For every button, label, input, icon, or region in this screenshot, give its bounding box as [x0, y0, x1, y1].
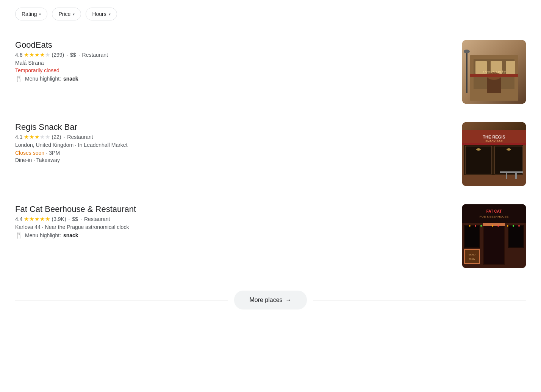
result-regis-info: Regis Snack Bar 4.1 ★ ★ ★ ★ ★ (22) · Res… — [15, 122, 462, 163]
results-list: GoodEats 4.6 ★ ★ ★ ★ ★ (299) · $$ · Rest… — [15, 31, 526, 277]
more-places-line-left — [15, 300, 228, 300]
svg-rect-8 — [466, 51, 468, 93]
result-regis-category: Restaurant — [67, 134, 93, 140]
menu-highlight-label2: Menu highlight: — [25, 232, 61, 238]
result-goodeats-rating: 4.6 — [15, 52, 22, 58]
result-goodeats-category: Restaurant — [82, 52, 108, 58]
result-goodeats[interactable]: GoodEats 4.6 ★ ★ ★ ★ ★ (299) · $$ · Rest… — [15, 31, 526, 113]
svg-rect-22 — [500, 171, 523, 173]
result-goodeats-meta: 4.6 ★ ★ ★ ★ ★ (299) · $$ · Restaurant — [15, 51, 455, 58]
price-filter[interactable]: Price ▾ — [52, 8, 81, 20]
result-goodeats-stars: ★ ★ ★ ★ ★ — [24, 51, 50, 58]
hours-filter-label: Hours — [92, 11, 106, 17]
result-fatcat-menu: 🍴 Menu highlight: snack — [15, 232, 455, 239]
svg-rect-10 — [470, 74, 518, 77]
result-fatcat-location: Karlova 44 · Near the Prague astronomica… — [15, 224, 455, 230]
svg-rect-32 — [484, 224, 504, 264]
rating-filter-label: Rating — [22, 11, 37, 17]
svg-rect-37 — [509, 226, 523, 247]
svg-rect-23 — [506, 173, 507, 179]
result-goodeats-count: (299) — [52, 52, 64, 58]
svg-point-39 — [475, 225, 476, 227]
result-goodeats-info: GoodEats 4.6 ★ ★ ★ ★ ★ (299) · $$ · Rest… — [15, 40, 462, 82]
more-places-line-right — [313, 300, 526, 300]
svg-text:FAT CAT: FAT CAT — [486, 209, 502, 213]
result-regis-closing-time: 3PM — [49, 150, 60, 156]
svg-point-45 — [518, 225, 520, 227]
utensils-icon-2: 🍴 — [15, 232, 23, 239]
svg-point-43 — [507, 225, 508, 227]
svg-point-44 — [513, 225, 514, 227]
result-fatcat-stars: ★ ★ ★ ★ ★ — [24, 216, 50, 222]
svg-rect-5 — [506, 61, 515, 74]
svg-rect-35 — [465, 226, 479, 247]
price-chevron-icon: ▾ — [73, 12, 75, 16]
result-fatcat-category: Restaurant — [84, 216, 110, 222]
result-regis[interactable]: Regis Snack Bar 4.1 ★ ★ ★ ★ ★ (22) · Res… — [15, 113, 526, 195]
result-fatcat-name: Fat Cat Beerhouse & Restaurant — [15, 204, 455, 214]
more-places-label: More places — [249, 297, 282, 303]
result-goodeats-price: $$ — [70, 52, 76, 58]
svg-point-40 — [480, 225, 482, 227]
svg-rect-24 — [515, 173, 517, 179]
svg-text:TODAY: TODAY — [469, 258, 475, 260]
menu-highlight-value: snack — [63, 76, 78, 82]
filter-bar: Rating ▾ Price ▾ Hours ▾ — [15, 8, 526, 20]
result-regis-stars: ★ ★ ★ ★ ★ — [24, 134, 50, 140]
result-regis-status: Closes soon · 3PM — [15, 149, 455, 156]
more-places-arrow: → — [286, 297, 292, 303]
svg-rect-47 — [465, 250, 479, 263]
svg-point-21 — [507, 148, 511, 151]
utensils-icon: 🍴 — [15, 75, 23, 82]
result-fatcat-info: Fat Cat Beerhouse & Restaurant 4.4 ★ ★ ★… — [15, 204, 462, 239]
result-fatcat-meta: 4.4 ★ ★ ★ ★ ★ (3.9K) · $$ · Restaurant — [15, 216, 455, 222]
menu-highlight-value2: snack — [63, 232, 78, 238]
svg-text:SNACK BAR: SNACK BAR — [485, 140, 503, 143]
hours-chevron-icon: ▾ — [109, 12, 111, 16]
more-places-section: More places → — [15, 283, 526, 317]
svg-point-9 — [464, 50, 470, 53]
result-regis-location: London, United Kingdom · In Leadenhall M… — [15, 142, 455, 148]
result-fatcat-price: $$ — [72, 216, 78, 222]
svg-rect-28 — [462, 204, 526, 223]
result-fatcat-thumbnail: FAT CAT PUB & BEERHOUSE — [462, 204, 526, 268]
svg-text:ANTIKVÁRIÁT: ANTIKVÁRIÁT — [482, 70, 506, 74]
result-regis-rating: 4.1 — [15, 134, 22, 140]
svg-rect-33 — [483, 223, 505, 226]
svg-rect-25 — [462, 143, 526, 145]
svg-point-42 — [497, 225, 499, 227]
result-regis-services: Dine-in · Takeaway — [15, 157, 455, 163]
svg-point-38 — [469, 225, 471, 227]
result-regis-thumbnail: THE REGIS SNACK BAR — [462, 122, 526, 186]
svg-text:THE REGIS: THE REGIS — [483, 135, 505, 139]
result-fatcat-rating: 4.4 — [15, 216, 22, 222]
result-fatcat[interactable]: Fat Cat Beerhouse & Restaurant 4.4 ★ ★ ★… — [15, 195, 526, 277]
svg-text:PUB & BEERHOUSE: PUB & BEERHOUSE — [480, 215, 508, 218]
result-goodeats-menu: 🍴 Menu highlight: snack — [15, 75, 455, 82]
result-fatcat-count: (3.9K) — [52, 216, 66, 222]
result-goodeats-location: Malá Strana — [15, 60, 455, 66]
rating-filter[interactable]: Rating ▾ — [15, 8, 47, 20]
price-filter-label: Price — [58, 11, 70, 17]
result-regis-count: (22) — [52, 134, 61, 140]
result-regis-meta: 4.1 ★ ★ ★ ★ ★ (22) · Restaurant — [15, 134, 455, 140]
menu-highlight-label: Menu highlight: — [25, 76, 61, 82]
more-places-button[interactable]: More places → — [234, 291, 306, 310]
hours-filter[interactable]: Hours ▾ — [86, 8, 117, 20]
result-goodeats-status: Temporarily closed — [15, 67, 455, 73]
svg-text:MENU: MENU — [469, 254, 475, 256]
rating-chevron-icon: ▾ — [39, 12, 41, 16]
svg-point-41 — [492, 225, 493, 227]
svg-point-20 — [476, 148, 481, 151]
result-goodeats-name: GoodEats — [15, 40, 455, 50]
result-regis-name: Regis Snack Bar — [15, 122, 455, 132]
result-goodeats-thumbnail: ANTIKVÁRIÁT — [462, 40, 526, 104]
